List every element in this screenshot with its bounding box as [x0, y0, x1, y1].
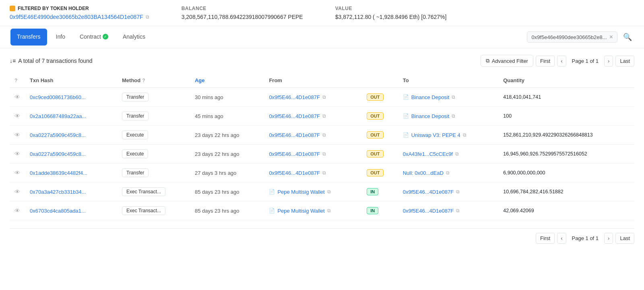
from-copy-icon[interactable]: ⧉ — [327, 208, 331, 213]
next-page-button-bottom[interactable]: › — [604, 233, 613, 244]
from-copy-icon[interactable]: ⧉ — [322, 113, 326, 119]
row-eye-icon[interactable]: 👁 — [14, 132, 20, 138]
advanced-filter-label: Advanced Filter — [492, 58, 528, 64]
from-address-link[interactable]: 0x9f5E46...4D1e087F — [269, 94, 320, 100]
txn-hash-link[interactable]: 0x6703cd4ca805ada1... — [30, 208, 86, 214]
method-help-icon[interactable]: ? — [142, 78, 145, 83]
page-info-bottom: Page 1 of 1 — [569, 233, 602, 243]
copy-address-icon[interactable]: ⧉ — [146, 14, 149, 20]
to-copy-icon[interactable]: ⧉ — [446, 170, 450, 176]
first-page-button-bottom[interactable]: First — [536, 233, 555, 244]
top-bar: FILTERED BY TOKEN HOLDER 0x9f5E46E4990de… — [0, 0, 644, 26]
txn-count: ↓≡ A total of 7 transactions found — [10, 58, 93, 64]
row-eye-icon[interactable]: 👁 — [14, 170, 20, 176]
to-address-link[interactable]: 0x9f5E46...4D1e087F — [403, 208, 454, 214]
to-address-link[interactable]: Uniswap V3: PEPE 4 — [411, 132, 460, 138]
to-copy-icon[interactable]: ⧉ — [455, 151, 459, 157]
to-copy-icon[interactable]: ⧉ — [456, 189, 460, 195]
value-value: $3,872,112.80 ( ~1,928.8496 Eth) [0.7627… — [335, 14, 447, 20]
table-row: 👁 0x6703cd4ca805ada1... Exec Transact...… — [10, 201, 634, 220]
tab-contract-label: Contract — [80, 33, 101, 40]
txn-count-text: A total of 7 transactions found — [18, 58, 92, 64]
txn-hash-link[interactable]: 0xa0227a5909c459c8... — [30, 151, 86, 157]
direction-badge: OUT — [367, 112, 383, 120]
txn-hash-link[interactable]: 0x70a3a427cb331b34... — [30, 189, 86, 195]
contract-verified-icon: ✓ — [103, 34, 108, 39]
row-eye-icon[interactable]: 👁 — [14, 188, 20, 195]
col-age[interactable]: Age — [190, 73, 264, 88]
prev-page-button-top[interactable]: ‹ — [557, 56, 566, 66]
balance-value: 3,208,567,110,788.694223918007990667 PEP… — [182, 14, 303, 20]
direction-badge: IN — [367, 207, 378, 214]
filter-label: FILTERED BY TOKEN HOLDER — [10, 6, 149, 11]
filter-section: FILTERED BY TOKEN HOLDER 0x9f5E46E4990de… — [10, 6, 149, 20]
from-cell: 0x9f5E46...4D1e087F ⧉ — [269, 170, 357, 176]
row-eye-icon[interactable]: 👁 — [14, 113, 20, 119]
to-doc-icon: 📄 — [403, 113, 409, 119]
from-copy-icon[interactable]: ⧉ — [327, 189, 331, 195]
from-doc-icon: 📄 — [269, 208, 275, 213]
to-address-link[interactable]: Binance Deposit — [411, 94, 450, 100]
last-page-button-top[interactable]: Last — [615, 56, 634, 66]
filter-funnel-icon: ⧉ — [486, 58, 489, 64]
age-cell: 45 mins ago — [190, 107, 264, 126]
to-cell: 📄 Binance Deposit ⧉ — [403, 94, 494, 100]
last-page-button-bottom[interactable]: Last — [615, 233, 634, 244]
header-help-icon[interactable]: ? — [14, 78, 17, 83]
tab-info[interactable]: Info — [50, 29, 72, 46]
age-cell: 23 days 22 hrs ago — [190, 126, 264, 145]
prev-page-button-bottom[interactable]: ‹ — [557, 233, 566, 244]
value-section: VALUE $3,872,112.80 ( ~1,928.8496 Eth) [… — [335, 6, 447, 20]
address-filter-input[interactable]: 0x9f5e46e4990dee30665b2e8... × — [527, 31, 617, 43]
to-address-link[interactable]: Binance Deposit — [411, 113, 450, 119]
page-info-top: Page 1 of 1 — [569, 56, 602, 66]
from-address-link[interactable]: 0x9f5E46...4D1e087F — [269, 132, 320, 138]
direction-badge: OUT — [367, 150, 383, 157]
quantity-cell: 10,696,784,282,416.51882 — [498, 182, 634, 201]
next-page-button-top[interactable]: › — [604, 56, 613, 66]
tab-analytics[interactable]: Analytics — [116, 29, 152, 46]
table-row: 👁 0xc9ced00861736b60... Transfer 30 mins… — [10, 88, 634, 107]
search-icon[interactable]: 🔍 — [621, 30, 634, 44]
to-copy-icon[interactable]: ⧉ — [463, 132, 466, 138]
from-doc-icon: 📄 — [269, 189, 275, 195]
from-address-link[interactable]: 0x9f5E46...4D1e087F — [269, 170, 320, 176]
row-eye-icon[interactable]: 👁 — [14, 207, 20, 214]
method-badge: Execute — [122, 130, 148, 139]
row-eye-icon[interactable]: 👁 — [14, 151, 20, 157]
to-address-link[interactable]: 0x9f5E46...4D1e087F — [403, 189, 454, 195]
from-copy-icon[interactable]: ⧉ — [322, 132, 326, 138]
to-copy-icon[interactable]: ⧉ — [452, 94, 455, 100]
tabs-bar: Transfers Info Contract ✓ Analytics 0x9f… — [0, 26, 644, 48]
row-eye-icon[interactable]: 👁 — [14, 94, 20, 100]
method-badge: Transfer — [122, 112, 149, 120]
txn-hash-link[interactable]: 0x2a106687489a22aa... — [30, 113, 86, 119]
to-address-link[interactable]: Null: 0x00...dEaD — [403, 170, 444, 176]
from-copy-icon[interactable]: ⧉ — [322, 94, 326, 100]
txn-hash-link[interactable]: 0x1adde38639c4482f4... — [30, 170, 87, 176]
first-page-button-top[interactable]: First — [536, 56, 555, 66]
pagination-controls-bottom: First ‹ Page 1 of 1 › Last — [10, 228, 634, 244]
col-quantity: Quantity — [498, 73, 634, 88]
to-copy-icon[interactable]: ⧉ — [456, 208, 460, 213]
quantity-cell: 16,945,960,926.75299575572516052 — [498, 145, 634, 164]
from-address-link[interactable]: 0x9f5E46...4D1e087F — [269, 151, 320, 157]
tab-transfers[interactable]: Transfers — [10, 29, 47, 46]
age-cell: 27 days 3 hrs ago — [190, 164, 264, 182]
txn-hash-link[interactable]: 0xa0227a5909c459c8... — [30, 132, 86, 138]
age-cell: 85 days 23 hrs ago — [190, 201, 264, 220]
to-address-link[interactable]: 0xA43fe1...C5cCEc9f — [403, 151, 453, 157]
from-address-link[interactable]: Pepe Multisig Wallet — [277, 189, 324, 195]
from-copy-icon[interactable]: ⧉ — [322, 151, 326, 157]
tab-transfers-label: Transfers — [17, 33, 41, 40]
to-copy-icon[interactable]: ⧉ — [452, 113, 455, 119]
from-address-link[interactable]: 0x9f5E46...4D1e087F — [269, 113, 320, 119]
filter-input-value: 0x9f5e46e4990dee30665b2e8... — [531, 34, 607, 40]
clear-filter-icon[interactable]: × — [609, 34, 613, 40]
direction-badge: OUT — [367, 93, 383, 101]
txn-hash-link[interactable]: 0xc9ced00861736b60... — [30, 94, 86, 100]
from-copy-icon[interactable]: ⧉ — [322, 170, 326, 176]
tab-contract[interactable]: Contract ✓ — [73, 29, 115, 46]
from-address-link[interactable]: Pepe Multisig Wallet — [277, 208, 324, 214]
advanced-filter-button[interactable]: ⧉ Advanced Filter — [481, 55, 533, 67]
